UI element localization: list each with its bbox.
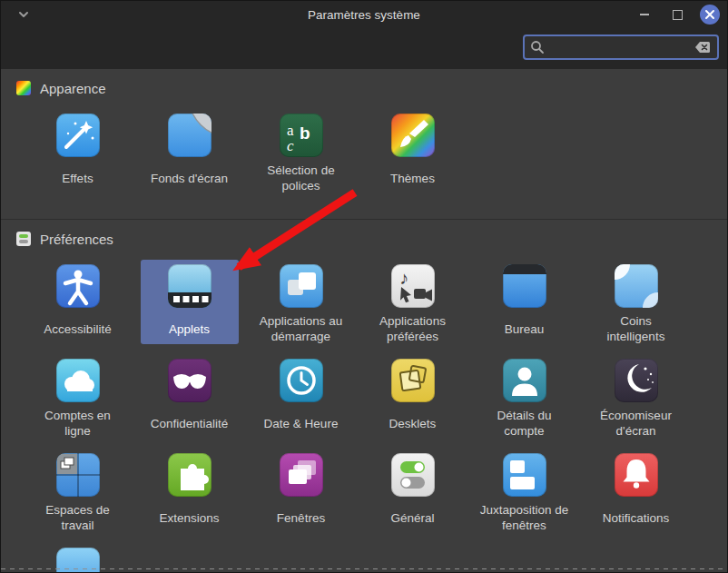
settings-item-applications-preferees[interactable]: ♪Applicationspréférées bbox=[364, 260, 462, 344]
maximize-icon bbox=[673, 10, 683, 20]
settings-item-comptes-en-ligne[interactable]: Comptes enligne bbox=[29, 354, 127, 439]
settings-item-economiseur-ecran[interactable]: Économiseurd'écran bbox=[587, 354, 685, 439]
svg-text:b: b bbox=[300, 123, 310, 143]
clear-search-button[interactable] bbox=[694, 40, 712, 54]
sticky-notes-icon bbox=[391, 359, 435, 402]
font-letters-icon: abc bbox=[280, 114, 323, 157]
cloud-icon bbox=[56, 359, 100, 402]
settings-item-coins-intelligents[interactable]: Coinsintelligents bbox=[587, 260, 685, 344]
settings-item-themes[interactable]: Thèmes bbox=[364, 109, 462, 193]
settings-item-accessibilite[interactable]: Accessibilité bbox=[29, 260, 127, 344]
settings-item-desklets[interactable]: Desklets bbox=[364, 354, 462, 439]
settings-item-details-compte[interactable]: Détails ducompte bbox=[476, 354, 574, 439]
window-title: Paramètres système bbox=[1, 1, 727, 28]
puzzle-piece-icon bbox=[168, 453, 212, 497]
preferred-apps-icon: ♪ bbox=[391, 264, 435, 308]
settings-item-label: Notifications bbox=[603, 502, 670, 533]
search-icon bbox=[530, 40, 545, 54]
settings-item-label: Accessibilité bbox=[44, 313, 111, 344]
settings-item-label: Comptes enligne bbox=[44, 408, 111, 439]
settings-item-label: Sélection depolices bbox=[267, 163, 334, 193]
settings-item-label: Desklets bbox=[389, 408, 437, 439]
search-input[interactable] bbox=[545, 41, 694, 54]
settings-item-label: Général bbox=[390, 502, 434, 533]
toggle-switches-icon bbox=[391, 453, 435, 497]
settings-item-label: Applications audémarrage bbox=[260, 313, 343, 344]
system-settings-window: Paramètres système bbox=[0, 0, 728, 573]
backspace-clear-icon bbox=[694, 41, 711, 54]
settings-item-label: Applets bbox=[169, 313, 210, 344]
settings-content: Apparence EffetsFonds d'écranabcSélectio… bbox=[1, 69, 727, 572]
privacy-mask-icon bbox=[168, 359, 212, 402]
appearance-rainbow-icon bbox=[16, 81, 31, 95]
minimize-icon bbox=[640, 14, 649, 15]
settings-item-label: Thèmes bbox=[390, 163, 435, 193]
settings-item-label: Applicationspréférées bbox=[379, 313, 446, 344]
settings-item-extensions[interactable]: Extensions bbox=[141, 449, 239, 533]
settings-item-bureau[interactable]: Bureau bbox=[476, 260, 574, 344]
settings-item-label: Coinsintelligents bbox=[607, 313, 665, 344]
svg-text:♪: ♪ bbox=[399, 268, 408, 288]
magic-wand-icon bbox=[56, 114, 100, 157]
settings-item-label: Fonds d'écran bbox=[151, 163, 228, 193]
paint-brush-icon bbox=[391, 114, 435, 157]
settings-item-label: Effets bbox=[62, 163, 93, 193]
search-box[interactable] bbox=[523, 35, 719, 60]
panel-applets-icon bbox=[168, 264, 212, 308]
settings-item-fonds-ecran[interactable]: Fonds d'écran bbox=[141, 109, 239, 193]
titlebar: Paramètres système bbox=[1, 1, 727, 28]
settings-item-date-heure[interactable]: Date & Heure bbox=[252, 354, 350, 439]
settings-item-confidentialite[interactable]: Confidentialité bbox=[141, 354, 239, 439]
workspaces-grid-icon bbox=[56, 453, 100, 497]
settings-item-label: Extensions bbox=[159, 502, 219, 533]
desktop-icon bbox=[503, 264, 546, 308]
section-title: Préférences bbox=[40, 232, 113, 247]
close-button[interactable] bbox=[700, 5, 720, 25]
maximize-button[interactable] bbox=[667, 5, 687, 25]
settings-item-espaces-travail[interactable]: Espaces detravail bbox=[29, 449, 127, 533]
apparence-grid: EffetsFonds d'écranabcSélection depolice… bbox=[1, 109, 727, 212]
settings-item-general[interactable]: Général bbox=[364, 449, 462, 533]
settings-item-label: Confidentialité bbox=[151, 408, 229, 439]
user-account-icon bbox=[503, 359, 546, 402]
clock-icon bbox=[280, 359, 323, 402]
section-title: Apparence bbox=[40, 81, 106, 96]
notification-bell-icon bbox=[615, 453, 658, 497]
svg-text:c: c bbox=[287, 137, 294, 154]
scroll-more-indicator bbox=[1, 568, 727, 569]
accessibility-person-icon bbox=[56, 264, 100, 308]
search-row bbox=[1, 28, 727, 69]
wallpaper-icon bbox=[168, 114, 212, 157]
settings-item-label: Espaces detravail bbox=[45, 502, 110, 533]
settings-item-applets[interactable]: Applets bbox=[141, 260, 239, 344]
section-header-preferences: Préférences bbox=[1, 220, 727, 249]
startup-windows-icon bbox=[280, 264, 323, 308]
settings-item-label: Bureau bbox=[505, 313, 545, 344]
preferences-grid: AccessibilitéAppletsApplications audémar… bbox=[1, 260, 727, 572]
settings-item-effets[interactable]: Effets bbox=[29, 109, 127, 193]
settings-item-selection-polices[interactable]: abcSélection depolices bbox=[252, 109, 350, 193]
settings-item-label: Économiseurd'écran bbox=[600, 408, 672, 439]
window-tiling-icon bbox=[503, 453, 546, 497]
moon-stars-icon bbox=[615, 359, 658, 402]
settings-item-label: Fenêtres bbox=[277, 502, 325, 533]
settings-item-applications-demarrage[interactable]: Applications audémarrage bbox=[252, 260, 350, 344]
close-icon bbox=[704, 9, 715, 20]
settings-item-label: Juxtaposition defenêtres bbox=[480, 502, 569, 533]
settings-item-label: Détails ducompte bbox=[497, 408, 551, 439]
settings-item-fenetres[interactable]: Fenêtres bbox=[252, 449, 350, 533]
settings-item-notifications[interactable]: Notifications bbox=[587, 449, 685, 533]
hot-corners-icon bbox=[615, 264, 658, 308]
window-stack-icon bbox=[280, 453, 323, 497]
section-header-apparence: Apparence bbox=[1, 69, 727, 98]
preferences-toggles-icon bbox=[16, 232, 31, 246]
settings-item-label: Date & Heure bbox=[264, 408, 339, 439]
minimize-button[interactable] bbox=[635, 5, 654, 25]
window-controls bbox=[635, 1, 720, 28]
settings-item-juxtaposition-fenetres[interactable]: Juxtaposition defenêtres bbox=[476, 449, 574, 533]
